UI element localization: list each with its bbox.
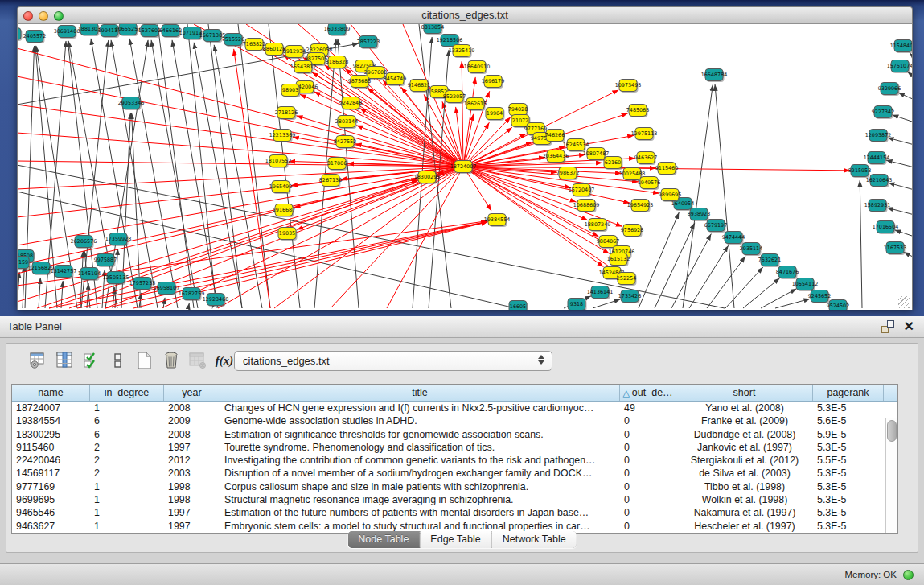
graph-node[interactable]: 9474444	[722, 232, 745, 245]
new-table-icon[interactable]	[135, 351, 154, 370]
graph-edge[interactable]	[888, 138, 913, 145]
graph-node-selected[interactable]: 15720407	[569, 184, 595, 198]
table-row[interactable]: 1830029562008Estimation of significance …	[12, 428, 897, 441]
graph-node-selected[interactable]: 8267130	[319, 175, 342, 188]
graph-node-selected[interactable]: 8427552	[334, 136, 356, 150]
graph-edge[interactable]	[18, 272, 19, 308]
delete-table-icon[interactable]	[162, 351, 181, 370]
graph-node-selected[interactable]: 19035	[278, 228, 298, 241]
column-header-title[interactable]: title	[220, 385, 620, 401]
graph-node-selected[interactable]: 10973493	[615, 80, 642, 93]
close-window-button[interactable]	[23, 11, 33, 21]
tab-network-table[interactable]: Network Table	[492, 531, 577, 548]
graph-node[interactable]: 15751074	[887, 60, 913, 74]
graph-node-selected[interactable]: 9875685	[348, 76, 371, 89]
graph-node-selected[interactable]: 9463627	[634, 152, 657, 166]
graph-node-selected[interactable]: 746266	[545, 130, 565, 143]
column-header-short[interactable]: short	[676, 385, 813, 401]
tab-node-table[interactable]: Node Table	[347, 531, 420, 548]
graph-node[interactable]: 9318	[568, 299, 587, 311]
graph-node-selected[interactable]: 252254	[617, 273, 637, 286]
graph-node[interactable]: 30691406	[54, 26, 80, 39]
graph-edge[interactable]	[904, 252, 913, 257]
canvas-resize-grip[interactable]	[898, 296, 910, 308]
graph-node-selected[interactable]: 62160	[604, 157, 623, 171]
table-row[interactable]: 911546021997Tourette syndrome. Phenomeno…	[12, 441, 897, 454]
graph-node-selected[interactable]: 1949576	[638, 177, 660, 191]
graph-node-selected[interactable]: 8522057	[443, 91, 466, 105]
graph-node[interactable]: 1733426	[618, 290, 641, 304]
graph-node-selected[interactable]: 8186328	[326, 56, 348, 70]
graph-node[interactable]: 26206576	[71, 236, 97, 249]
graph-node[interactable]: 9245652	[808, 290, 831, 304]
rows-icon[interactable]	[109, 351, 128, 370]
graph-edge[interactable]	[683, 84, 713, 308]
graph-node-selected[interactable]: 98903	[281, 84, 301, 98]
graph-node[interactable]: 12093872	[865, 130, 892, 143]
graph-edge[interactable]	[18, 105, 463, 167]
network-canvas[interactable]: 9160240557230691406188130319941171065525…	[17, 24, 913, 310]
graph-edge[interactable]	[860, 180, 862, 308]
graph-node[interactable]: 16210643	[866, 175, 893, 188]
graph-node[interactable]: 9160	[18, 28, 23, 42]
graph-node[interactable]: 8938923	[688, 208, 710, 222]
graph-edge[interactable]	[234, 49, 270, 308]
graph-node-selected[interactable]: 9899695	[659, 189, 681, 203]
graph-node-selected[interactable]: 10688609	[573, 200, 600, 213]
graph-node[interactable]: 7515526	[222, 34, 244, 47]
graph-node-selected[interactable]: 19654923	[627, 200, 654, 213]
graph-edge[interactable]	[761, 289, 796, 308]
graph-edge[interactable]	[18, 167, 463, 302]
graph-node[interactable]: 9329966	[878, 83, 901, 97]
graph-node[interactable]: 9524502	[827, 300, 849, 311]
graph-node[interactable]: 11548408	[890, 40, 913, 54]
graph-edge[interactable]	[894, 230, 913, 237]
graph-node[interactable]: 1167533	[884, 242, 906, 256]
close-panel-icon[interactable]: ✕	[904, 320, 914, 333]
graph-node-selected[interactable]: 8454749	[384, 73, 406, 87]
graph-node[interactable]: 6679197	[704, 220, 727, 233]
graph-node-selected[interactable]: 19904	[486, 108, 505, 122]
graph-node-selected[interactable]: 18640910	[464, 61, 491, 75]
graph-node[interactable]: 15892931	[864, 200, 891, 213]
table-settings-icon[interactable]	[29, 351, 48, 370]
table-row[interactable]: 946554611997Estimation of the future num…	[12, 506, 897, 519]
graph-node-selected[interactable]: 1916687	[273, 204, 295, 218]
graph-node[interactable]: 1145194	[78, 268, 101, 282]
graph-edge[interactable]	[910, 53, 913, 58]
graph-node[interactable]: 7632621	[758, 254, 781, 268]
graph-node-selected[interactable]: 1965490	[269, 181, 292, 195]
table-row[interactable]: 2242004622012Investigating the contribut…	[12, 454, 897, 467]
graph-edge[interactable]	[886, 160, 913, 167]
column-header-in_degree[interactable]: in_degree	[90, 385, 164, 401]
graph-node-selected[interactable]: 7986372	[556, 167, 579, 181]
graph-node[interactable]: 8813054	[421, 24, 444, 35]
graph-node[interactable]: 16648784	[701, 69, 728, 83]
column-header-pagerank[interactable]: pagerank	[813, 385, 884, 401]
column-header-out_de[interactable]: △out_de…	[620, 385, 676, 401]
column-header-year[interactable]: year	[164, 385, 220, 401]
table-row[interactable]: 1872400712008Changes of HCN gene express…	[12, 402, 897, 414]
function-builder-icon[interactable]: f(x)	[215, 351, 234, 370]
table-row[interactable]: 1456911722003Disruption of a novel membe…	[12, 467, 897, 480]
graph-node-selected[interactable]: 9115460	[655, 163, 678, 176]
graph-edge[interactable]	[593, 299, 621, 308]
graph-node-selected[interactable]: 2718126	[275, 107, 298, 121]
graph-node[interactable]: 9975887	[94, 254, 117, 268]
graph-edge[interactable]	[892, 115, 913, 122]
graph-edge[interactable]	[462, 61, 463, 167]
graph-node[interactable]: 16958107	[154, 282, 180, 296]
graph-node[interactable]: 17016504	[873, 221, 899, 235]
table-panel-titlebar[interactable]: Table Panel ✕	[0, 316, 924, 338]
table-scrollbar-thumb[interactable]	[887, 420, 897, 442]
graph-node[interactable]: 2405572	[23, 31, 46, 44]
graph-node-selected[interactable]: 10807487	[583, 148, 610, 162]
table-row[interactable]: 977716911998Corpus callosum shape and si…	[12, 480, 897, 493]
graph-node-selected[interactable]: 317006	[327, 158, 347, 171]
graph-edge[interactable]	[463, 77, 475, 167]
graph-node-selected[interactable]: 19384554	[484, 214, 511, 228]
table-selector-combobox[interactable]: citations_edges.txt	[234, 351, 552, 371]
graph-node-selected[interactable]: 1696179	[482, 76, 504, 89]
table-row[interactable]: 969969511998Structural magnetic resonanc…	[12, 493, 897, 506]
graph-edge[interactable]	[707, 257, 745, 308]
